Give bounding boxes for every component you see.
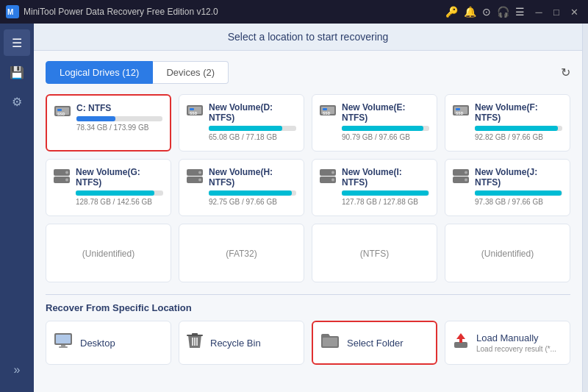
svg-text:SSD: SSD xyxy=(190,111,198,115)
drive-size-g: 128.78 GB / 142.56 GB xyxy=(76,198,163,206)
drive-size-h: 92.75 GB / 97.66 GB xyxy=(209,198,296,206)
key-icon[interactable]: 🔑 xyxy=(445,6,458,18)
drive-card-c[interactable]: SSD C: NTFS 78.34 GB / 173.99 GB xyxy=(46,94,171,152)
action-desktop[interactable]: Desktop xyxy=(46,321,171,365)
drive-icon-j xyxy=(453,168,469,187)
tab-devices[interactable]: Devices (2) xyxy=(153,61,229,84)
action-select-folder[interactable]: Select Folder xyxy=(312,321,437,365)
drives-icon: 💾 xyxy=(10,65,24,79)
fat32-label: (FAT32) xyxy=(226,249,257,259)
svg-marker-46 xyxy=(456,333,465,339)
minimize-button[interactable]: ─ xyxy=(531,4,547,20)
select-folder-label: Select Folder xyxy=(347,338,404,349)
drive-icon-c: SSD xyxy=(54,104,71,121)
unid2-label: (Unidentified) xyxy=(481,249,534,259)
drive-card-g[interactable]: New Volume(G: NTFS) 128.78 GB / 142.56 G… xyxy=(46,159,171,216)
app-container: ☰ 💾 ⚙ » Select a location to start recov… xyxy=(0,24,588,392)
drive-icon-e: SSD xyxy=(320,104,336,121)
drive-size-c: 78.34 GB / 173.99 GB xyxy=(76,124,162,132)
drive-card-unid1[interactable]: (Unidentified) xyxy=(46,224,171,282)
drive-icon-g xyxy=(54,168,70,187)
tab-logical-drives[interactable]: Logical Drives (12) xyxy=(46,61,153,84)
sidebar-item-expand[interactable]: » xyxy=(4,357,30,383)
drive-name-d: New Volume(D: NTFS) xyxy=(209,102,296,123)
sidebar-item-home[interactable]: ☰ xyxy=(4,29,30,56)
drive-card-unid2[interactable]: (Unidentified) xyxy=(445,224,570,282)
drive-bar-j xyxy=(475,190,562,196)
svg-point-21 xyxy=(65,179,68,182)
ntfs-label: (NTFS) xyxy=(360,249,389,259)
drive-name-j: New Volume(J: NTFS) xyxy=(475,167,562,188)
svg-text:M: M xyxy=(7,8,13,16)
svg-rect-47 xyxy=(459,338,462,343)
recycle-bin-icon xyxy=(187,332,203,354)
drive-name-h: New Volume(H: NTFS) xyxy=(209,167,296,188)
refresh-button[interactable]: ↻ xyxy=(561,65,570,79)
drive-name-f: New Volume(F: NTFS) xyxy=(475,102,562,123)
svg-point-33 xyxy=(465,179,467,182)
drive-bar-g xyxy=(76,190,154,196)
drive-card-i[interactable]: New Volume(I: NTFS) 127.78 GB / 127.88 G… xyxy=(312,159,437,216)
svg-rect-35 xyxy=(56,335,71,343)
svg-text:SSD: SSD xyxy=(57,112,65,116)
upload-icon xyxy=(453,332,469,354)
menu-icon[interactable]: ☰ xyxy=(515,6,525,18)
desktop-icon xyxy=(54,332,73,353)
svg-rect-44 xyxy=(323,338,337,346)
app-icon: M xyxy=(6,5,19,18)
section-divider xyxy=(46,294,570,295)
action-recycle-bin[interactable]: Recycle Bin xyxy=(179,321,304,365)
svg-text:SSD: SSD xyxy=(323,111,331,115)
headphone-icon[interactable]: 🎧 xyxy=(497,6,509,18)
circle-icon[interactable]: ⊙ xyxy=(482,6,491,18)
action-load-manually[interactable]: Load Manually Load recovery result (*... xyxy=(445,321,570,365)
svg-rect-37 xyxy=(59,346,68,348)
drive-card-h[interactable]: New Volume(H: NTFS) 92.75 GB / 97.66 GB xyxy=(179,159,304,216)
drive-bar-d xyxy=(209,126,282,131)
titlebar: M MiniTool Power Data Recovery Free Edit… xyxy=(0,0,588,24)
drive-card-d[interactable]: SSD New Volume(D: NTFS) 65.08 GB / 77.18… xyxy=(179,94,304,152)
drive-bar-f xyxy=(475,126,558,131)
svg-rect-36 xyxy=(61,345,65,346)
action-grid: Desktop Recycle Bin xyxy=(46,321,570,365)
app-title: MiniTool Power Data Recovery Free Editio… xyxy=(24,7,445,17)
scrollbar[interactable] xyxy=(582,24,588,392)
drive-icon-i xyxy=(320,168,336,187)
sidebar-item-settings[interactable]: ⚙ xyxy=(4,88,30,115)
bell-icon[interactable]: 🔔 xyxy=(464,6,476,18)
page-header: Select a location to start recovering xyxy=(34,24,582,51)
drive-size-i: 127.78 GB / 127.88 GB xyxy=(342,198,429,206)
drive-card-fat32[interactable]: (FAT32) xyxy=(179,224,304,282)
svg-point-32 xyxy=(465,171,467,174)
svg-point-28 xyxy=(331,171,334,174)
drive-card-f[interactable]: SSD New Volume(F: NTFS) 92.82 GB / 97.66… xyxy=(445,94,570,152)
drive-name-i: New Volume(I: NTFS) xyxy=(342,167,429,188)
svg-rect-12 xyxy=(323,108,327,110)
load-manually-sublabel: Load recovery result (*... xyxy=(476,345,556,353)
header-text: Select a location to start recovering xyxy=(228,31,389,43)
drive-card-j[interactable]: New Volume(J: NTFS) 97.38 GB / 97.66 GB xyxy=(445,159,570,216)
svg-rect-45 xyxy=(454,342,467,348)
svg-rect-4 xyxy=(57,109,62,111)
svg-point-24 xyxy=(198,171,201,174)
window-controls: ─ □ ✕ xyxy=(531,4,582,20)
drive-icon-f: SSD xyxy=(453,104,469,121)
section-title: Recover From Specific Location xyxy=(46,302,570,313)
svg-point-25 xyxy=(198,179,201,182)
drive-size-d: 65.08 GB / 77.18 GB xyxy=(209,133,296,141)
drive-size-e: 90.79 GB / 97.66 GB xyxy=(342,133,429,141)
svg-point-20 xyxy=(65,171,68,174)
drive-bar-i xyxy=(342,190,429,196)
maximize-button[interactable]: □ xyxy=(548,4,564,20)
sidebar-item-drives[interactable]: 💾 xyxy=(4,59,30,85)
folder-icon xyxy=(320,332,340,353)
close-button[interactable]: ✕ xyxy=(566,4,582,20)
drive-card-e[interactable]: SSD New Volume(E: NTFS) 90.79 GB / 97.66… xyxy=(312,94,437,152)
drive-bar-c xyxy=(76,116,115,121)
recycle-bin-label: Recycle Bin xyxy=(210,338,261,349)
drive-card-ntfs[interactable]: (NTFS) xyxy=(312,224,437,282)
tab-bar: Logical Drives (12) Devices (2) ↻ xyxy=(46,61,570,84)
svg-point-29 xyxy=(331,179,334,182)
unid1-label: (Unidentified) xyxy=(82,249,135,259)
drive-name-e: New Volume(E: NTFS) xyxy=(342,102,429,123)
